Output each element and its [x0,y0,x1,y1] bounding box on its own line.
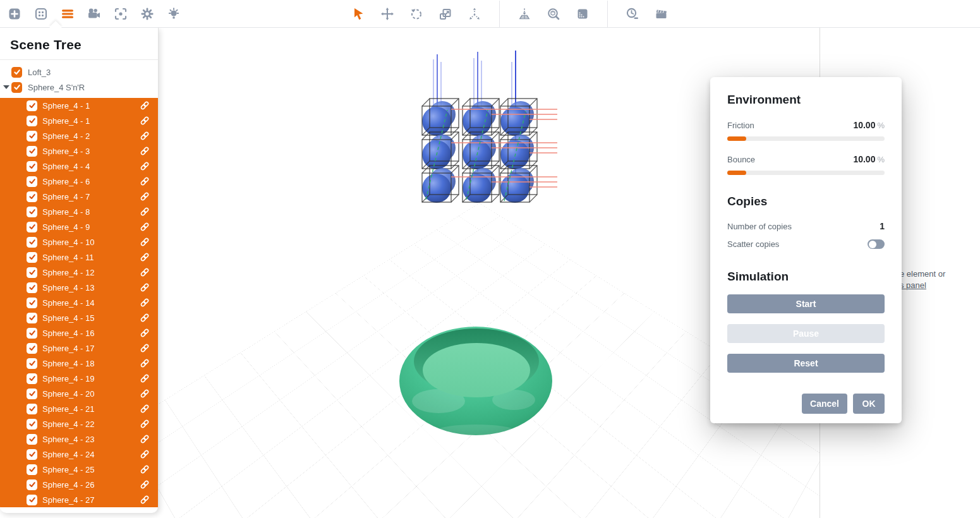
link-button[interactable] [140,328,150,338]
checkbox-checked[interactable] [27,222,37,232]
link-button[interactable] [140,495,150,505]
tree-item-label[interactable]: Sphere_4 - 19 [42,374,94,383]
link-button[interactable] [140,313,150,323]
add-object-button[interactable] [5,4,24,23]
checkbox-checked[interactable] [27,161,37,172]
tree-item-sphere-group[interactable]: Sphere_4 S'n'R [0,80,158,95]
tree-item-label[interactable]: Sphere_4 - 10 [42,238,94,247]
checkbox-checked[interactable] [27,100,37,111]
tree-row[interactable]: Sphere_4 - 10 [0,234,158,250]
tree-item-label[interactable]: Sphere_4 - 21 [42,404,94,414]
checkbox-checked[interactable] [11,82,22,93]
tree-item-label[interactable]: Sphere_4 - 20 [42,389,94,399]
history-button[interactable] [623,4,642,23]
tree-row[interactable]: Sphere_4 - 3 [0,143,158,159]
checkbox-checked[interactable] [27,434,37,445]
focus-selection-button[interactable] [111,4,130,23]
link-button[interactable] [140,404,150,414]
link-button[interactable] [140,116,150,126]
link-button[interactable] [140,298,150,308]
checkbox-checked[interactable] [27,449,37,460]
reset-button[interactable]: Reset [727,354,885,373]
tree-row[interactable]: Sphere_4 - 17 [0,340,158,356]
tree-row[interactable]: Sphere_4 - 12 [0,265,158,280]
checkbox-checked[interactable] [27,358,37,369]
tree-item-label[interactable]: Sphere_4 - 18 [42,359,94,368]
link-button[interactable] [140,464,150,474]
link-button[interactable] [140,343,150,353]
tree-item-label[interactable]: Sphere_4 - 3 [42,147,90,156]
tree-item-label[interactable]: Sphere_4 - 12 [42,268,94,277]
link-button[interactable] [140,388,150,399]
checkbox-checked[interactable] [27,328,37,339]
ok-button[interactable]: OK [853,394,885,414]
tree-item-label[interactable]: Sphere_4 - 16 [42,328,94,338]
checkbox-checked[interactable] [27,298,37,308]
link-button[interactable] [140,237,150,247]
link-button[interactable] [140,161,150,171]
scale-tool-button[interactable] [436,4,455,23]
link-button[interactable] [140,358,150,368]
link-button[interactable] [140,419,150,429]
link-button[interactable] [140,131,150,141]
rotate-tool-button[interactable] [407,4,426,23]
tree-item-label[interactable]: Sphere_4 - 14 [42,298,94,308]
tree-row[interactable]: Sphere_4 - 22 [0,416,158,431]
tree-row[interactable]: Sphere_4 - 19 [0,371,158,386]
tree-item-label[interactable]: Sphere_4 - 23 [42,435,94,444]
tree-item-label[interactable]: Sphere_4 - 27 [42,495,94,505]
lighting-button[interactable] [164,4,183,23]
tree-row[interactable]: Sphere_4 - 13 [0,280,158,295]
link-button[interactable] [140,373,150,383]
link-button[interactable] [140,479,150,490]
bounce-slider[interactable] [727,171,885,175]
friction-slider[interactable] [727,136,885,141]
checkbox-checked[interactable] [27,313,37,323]
tree-item-label[interactable]: Sphere_4 - 1 [42,101,90,111]
checkbox-checked[interactable] [27,116,37,126]
tree-item-label[interactable]: Sphere_4 - 26 [42,480,94,490]
tree-row[interactable]: Sphere_4 - 21 [0,401,158,416]
tree-item-label[interactable]: Sphere_4 - 4 [42,162,90,171]
checkbox-checked[interactable] [27,388,37,399]
move-tool-button[interactable] [378,4,397,23]
tree-row[interactable]: Sphere_4 - 18 [0,356,158,371]
select-cursor-button[interactable] [349,4,368,23]
tree-row[interactable]: Sphere_4 - 15 [0,310,158,325]
tree-row[interactable]: Sphere_4 - 1 [0,113,158,128]
shading-button[interactable] [573,4,592,23]
link-button[interactable] [140,100,150,111]
tree-row[interactable]: Sphere_4 - 8 [0,204,158,219]
workspaces-button[interactable] [32,4,51,23]
checkbox-checked[interactable] [27,267,37,278]
tree-row[interactable]: Sphere_4 - 14 [0,295,158,310]
tree-row[interactable]: Sphere_4 - 23 [0,431,158,447]
tree-item-label[interactable]: Sphere_4 - 13 [42,283,94,292]
checkbox-checked[interactable] [11,67,22,78]
hint-panel-link[interactable]: s panel [900,280,945,291]
link-button[interactable] [140,146,150,156]
tree-row[interactable]: Sphere_4 - 27 [0,492,158,507]
checkbox-checked[interactable] [27,237,37,248]
checkbox-checked[interactable] [27,495,37,505]
cancel-button[interactable]: Cancel [802,394,847,414]
tree-item-label[interactable]: Sphere_4 - 17 [42,344,94,353]
tree-row[interactable]: Sphere_4 - 2 [0,128,158,143]
tree-item-label[interactable]: Sphere_4 - 24 [42,450,94,459]
animation-button[interactable] [652,4,671,23]
bounce-slider-fill[interactable] [727,171,746,175]
tree-row[interactable]: Sphere_4 - 9 [0,219,158,234]
checkbox-checked[interactable] [27,176,37,187]
checkbox-checked[interactable] [27,343,37,354]
tree-row[interactable]: Sphere_4 - 4 [0,159,158,174]
tree-item-label[interactable]: Sphere_4 S'n'R [28,83,85,92]
tree-row[interactable]: Sphere_4 - 11 [0,250,158,265]
link-button[interactable] [140,434,150,444]
checkbox-checked[interactable] [27,207,37,217]
number-of-copies-value[interactable]: 1 [880,221,885,231]
tree-item-label[interactable]: Sphere_4 - 8 [42,207,90,217]
checkbox-checked[interactable] [27,404,37,414]
tree-item-label[interactable]: Sphere_4 - 2 [42,131,90,141]
link-button[interactable] [140,282,150,292]
tree-row[interactable]: Sphere_4 - 20 [0,386,158,401]
